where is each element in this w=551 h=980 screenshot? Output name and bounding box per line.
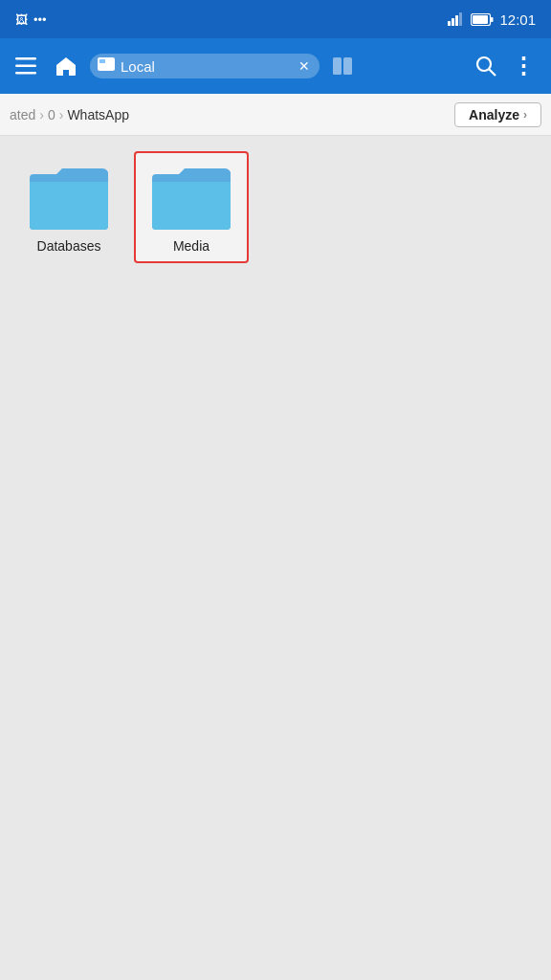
folder-media-label: Media — [173, 238, 209, 254]
battery-icon — [471, 13, 494, 26]
breadcrumb-arrow-2: › — [59, 107, 64, 122]
analyze-chevron-icon: › — [523, 108, 527, 122]
breadcrumb-bar: ated › 0 › WhatsApp Analyze › — [0, 94, 551, 136]
svg-line-15 — [490, 70, 496, 77]
svg-rect-7 — [15, 57, 36, 60]
home-button[interactable] — [50, 51, 82, 81]
svg-rect-12 — [333, 57, 342, 75]
file-grid: Databases Media — [0, 136, 551, 980]
breadcrumb-item-0[interactable]: 0 — [48, 107, 55, 122]
svg-rect-3 — [459, 12, 462, 26]
svg-rect-1 — [452, 18, 454, 26]
location-pill[interactable]: Local ✕ — [90, 54, 320, 78]
folder-media[interactable]: Media — [134, 151, 249, 263]
breadcrumb-item-whatsapp[interactable]: WhatsApp — [67, 107, 129, 122]
breadcrumb-arrow-1: › — [39, 107, 44, 122]
toolbar: Local ✕ ⋮ — [0, 38, 551, 94]
svg-point-14 — [477, 57, 491, 71]
folder-media-icon — [148, 161, 234, 233]
breadcrumb-item-ated[interactable]: ated — [10, 107, 35, 122]
folder-databases-label: Databases — [37, 238, 101, 254]
dots-icon: ••• — [33, 12, 47, 27]
tab-button[interactable] — [327, 52, 358, 80]
analyze-button[interactable]: Analyze › — [454, 102, 541, 127]
svg-rect-2 — [455, 15, 458, 26]
folder-databases[interactable]: Databases — [11, 151, 126, 263]
svg-rect-0 — [448, 21, 451, 26]
location-close-icon[interactable]: ✕ — [298, 58, 310, 74]
search-button[interactable] — [470, 50, 502, 82]
svg-rect-8 — [15, 65, 36, 68]
image-icon: 🖼 — [15, 12, 28, 27]
location-pill-icon — [98, 57, 115, 75]
svg-rect-5 — [491, 17, 494, 22]
svg-rect-13 — [343, 57, 352, 75]
status-bar: 🖼 ••• 12:01 — [0, 0, 551, 38]
more-button[interactable]: ⋮ — [506, 47, 541, 85]
folder-databases-icon — [26, 161, 112, 233]
signal-icon — [448, 12, 465, 26]
menu-button[interactable] — [10, 52, 42, 80]
svg-rect-11 — [99, 59, 105, 63]
svg-rect-6 — [473, 15, 488, 24]
status-time: 12:01 — [499, 11, 536, 28]
location-label: Local — [121, 58, 293, 75]
svg-rect-9 — [15, 72, 36, 75]
